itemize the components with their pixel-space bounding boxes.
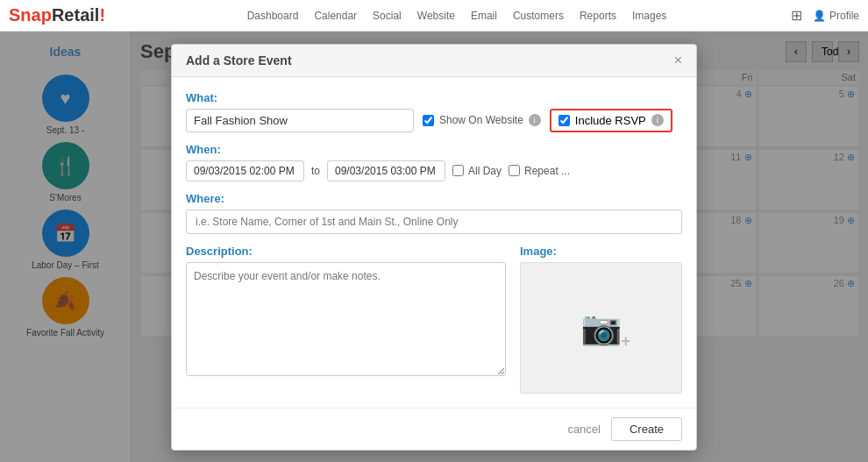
nav-links: Dashboard Calendar Social Website Email … <box>123 10 791 22</box>
profile-label: Profile <box>829 10 859 22</box>
nav-social[interactable]: Social <box>373 10 402 22</box>
modal: Add a Store Event × What: Show On Websit… <box>171 44 697 451</box>
include-rsvp-checkbox[interactable] <box>559 115 570 126</box>
logo-bang: ! <box>99 5 105 25</box>
nav-images[interactable]: Images <box>632 10 666 22</box>
repeat-checkbox[interactable] <box>509 165 520 176</box>
camera-plus-icon: + <box>621 332 630 351</box>
allday-group: All Day <box>452 165 502 177</box>
logo: SnapRetail! <box>9 5 105 25</box>
when-row: to All Day Repeat ... <box>186 160 682 181</box>
date-to-input[interactable] <box>327 160 445 181</box>
modal-body: What: Show On Website i Include RSVP i <box>172 77 696 408</box>
repeat-group: Repeat ... <box>509 165 570 177</box>
show-on-website-label: Show On Website <box>439 114 523 126</box>
what-row: Show On Website i Include RSVP i <box>186 109 682 132</box>
camera-icon: 📷 <box>580 309 622 346</box>
what-input[interactable] <box>186 109 414 132</box>
logo-snap: Snap <box>9 5 52 25</box>
nav-customers[interactable]: Customers <box>513 10 564 22</box>
show-on-website-group: Show On Website i <box>423 114 541 126</box>
nav-right: ⊞ 👤 Profile <box>791 7 859 24</box>
date-from-input[interactable] <box>186 160 304 181</box>
where-input[interactable] <box>186 210 682 234</box>
include-rsvp-info-icon[interactable]: i <box>651 114 664 126</box>
to-text: to <box>311 165 320 177</box>
logo-retail: Retail <box>52 5 99 25</box>
allday-label: All Day <box>468 165 502 177</box>
profile-icon: 👤 <box>813 10 826 22</box>
show-on-website-info-icon[interactable]: i <box>529 114 541 126</box>
modal-title: Add a Store Event <box>186 53 292 68</box>
grid-icon[interactable]: ⊞ <box>791 7 802 24</box>
image-section: Image: 📷 + <box>520 245 682 394</box>
bg-content: Ideas ♥ Sept. 13 - 🍴 S'Mores 📅 Labor Day… <box>0 32 868 462</box>
include-rsvp-label: Include RSVP <box>575 114 646 127</box>
description-textarea[interactable] <box>186 262 506 376</box>
include-rsvp-group: Include RSVP i <box>550 109 672 132</box>
description-label: Description: <box>186 245 506 258</box>
description-section: Description: <box>186 245 506 394</box>
nav-calendar[interactable]: Calendar <box>314 10 357 22</box>
allday-checkbox[interactable] <box>452 165 464 176</box>
show-on-website-checkbox[interactable] <box>423 115 434 126</box>
nav-email[interactable]: Email <box>471 10 497 22</box>
nav-dashboard[interactable]: Dashboard <box>247 10 299 22</box>
where-label: Where: <box>186 192 682 205</box>
modal-header: Add a Store Event × <box>172 45 696 77</box>
nav-website[interactable]: Website <box>417 10 455 22</box>
repeat-label: Repeat ... <box>524 165 570 177</box>
cancel-button[interactable]: cancel <box>567 423 601 436</box>
where-row: Where: <box>186 192 682 234</box>
nav-reports[interactable]: Reports <box>580 10 616 22</box>
modal-footer: cancel Create <box>172 408 696 450</box>
bottom-section: Description: Image: 📷 + <box>186 245 682 394</box>
image-upload-area[interactable]: 📷 + <box>520 262 682 394</box>
what-label: What: <box>186 91 682 104</box>
top-nav: SnapRetail! Dashboard Calendar Social We… <box>0 0 868 32</box>
create-button[interactable]: Create <box>611 417 682 441</box>
profile-button[interactable]: 👤 Profile <box>813 10 859 22</box>
modal-close-button[interactable]: × <box>674 53 682 68</box>
image-label: Image: <box>520 245 682 258</box>
modal-overlay: Add a Store Event × What: Show On Websit… <box>0 32 868 462</box>
when-label: When: <box>186 143 682 156</box>
